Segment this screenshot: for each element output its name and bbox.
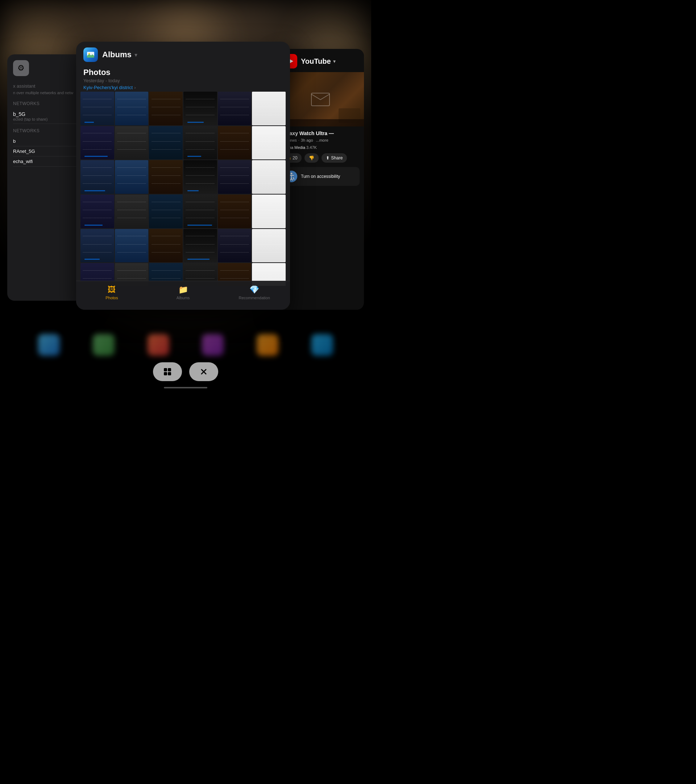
photos-location[interactable]: Kyiv-Pechers'kyi district ›	[81, 85, 285, 92]
svg-point-3	[291, 173, 292, 175]
dislike-icon: 👎	[309, 155, 314, 160]
photo-thumb-15[interactable]	[183, 160, 217, 194]
photo-thumb-21[interactable]	[183, 194, 217, 228]
albums-card[interactable]: Albums ▾ Photos Yesterday - today Kyiv-P…	[76, 42, 290, 310]
youtube-card[interactable]: YouTube ▾ Galaxy Watch Ultra — 96 views …	[277, 49, 364, 310]
photo-thumb-25[interactable]	[115, 229, 148, 263]
settings-icon-container: ⚙	[13, 60, 81, 76]
settings-gear-icon: ⚙	[13, 60, 29, 76]
background-app-icons	[0, 334, 371, 356]
albums-tab-icon: 📁	[178, 285, 188, 295]
svg-rect-6	[164, 372, 167, 376]
settings-card[interactable]: ⚙ x assistant n over multiple networks a…	[7, 54, 87, 301]
svg-rect-4	[164, 368, 167, 371]
photo-thumb-22[interactable]	[218, 194, 252, 228]
photo-thumb-0[interactable]	[81, 92, 114, 125]
photo-thumb-4[interactable]	[218, 92, 252, 125]
albums-header: Albums ▾	[76, 42, 290, 65]
video-time-ago: 3h ago	[301, 138, 313, 142]
networks-section-header: networks	[13, 101, 81, 106]
photo-thumb-8[interactable]	[149, 126, 183, 160]
dislike-button[interactable]: 👎	[305, 153, 318, 163]
photo-thumb-13[interactable]	[115, 160, 148, 194]
home-indicator	[164, 387, 207, 389]
tab-photos[interactable]: 🖼 Photos	[76, 285, 148, 300]
wifi-network-3-name: echa_wifi	[13, 159, 33, 164]
connected-wifi-name: b_5G	[13, 111, 81, 117]
share-button[interactable]: ⬆ Share	[322, 153, 347, 163]
wifi-network-3[interactable]: echa_wifi	[13, 156, 81, 166]
wifi-section: x assistant n over multiple networks and…	[13, 83, 81, 166]
photo-thumb-9[interactable]	[183, 126, 217, 160]
recommendation-tab-icon: 💎	[249, 285, 259, 295]
photo-thumb-5[interactable]	[252, 92, 285, 125]
photos-tab-label: Photos	[106, 296, 118, 300]
wifi-network-1-name: b	[13, 138, 16, 144]
youtube-video-info: Galaxy Watch Ultra — 96 views · 3h ago .…	[277, 127, 364, 189]
svg-rect-7	[168, 372, 171, 376]
video-dot-separator: ·	[299, 138, 299, 142]
youtube-video-title: Galaxy Watch Ultra —	[281, 130, 360, 137]
photo-thumb-14[interactable]	[149, 160, 183, 194]
photos-content-area: Photos Yesterday - today Kyiv-Pechers'ky…	[76, 65, 290, 286]
wifi-network-1[interactable]: b	[13, 136, 81, 147]
albums-app-icon	[83, 48, 98, 62]
photos-section-title: Photos	[81, 65, 285, 78]
assistant-prefix-label: x assistant	[13, 83, 81, 89]
youtube-video-thumbnail[interactable]	[277, 72, 364, 127]
accessibility-prompt[interactable]: Turn on accessibility	[281, 167, 360, 186]
tab-albums[interactable]: 📁 Albums	[148, 285, 219, 300]
albums-dropdown-arrow[interactable]: ▾	[135, 51, 137, 58]
photo-thumb-11[interactable]	[252, 126, 285, 160]
bg-icon-1	[38, 334, 60, 356]
tab-bar: 🖼 Photos 📁 Albums 💎 Recommendation	[76, 281, 290, 310]
photo-thumb-19[interactable]	[115, 194, 148, 228]
photo-thumb-18[interactable]	[81, 194, 114, 228]
photo-thumb-12[interactable]	[81, 160, 114, 194]
photo-thumb-16[interactable]	[218, 160, 252, 194]
youtube-channel-info: Mezha Media 3.47K	[281, 145, 360, 150]
photo-thumb-6[interactable]	[81, 126, 114, 160]
video-thumbnail-icon	[310, 89, 332, 109]
share-icon: ⬆	[326, 155, 330, 160]
wifi-network-2-name: RAnet_5G	[13, 148, 35, 154]
accessibility-label: Turn on accessibility	[301, 174, 340, 179]
assistant-desc: n over multiple networks and netw	[13, 90, 81, 95]
youtube-action-buttons: 👍 20 👎 ⬆ Share	[281, 153, 360, 163]
tab-recommendation[interactable]: 💎 Recommendation	[219, 285, 290, 300]
photo-thumb-1[interactable]	[115, 92, 148, 125]
svg-rect-5	[168, 368, 171, 371]
photo-thumb-3[interactable]	[183, 92, 217, 125]
photo-thumb-27[interactable]	[183, 229, 217, 263]
photo-thumb-7[interactable]	[115, 126, 148, 160]
photos-tab-icon: 🖼	[108, 285, 115, 295]
photos-location-chevron: ›	[134, 85, 135, 90]
photo-thumb-24[interactable]	[81, 229, 114, 263]
video-more-link[interactable]: ...more	[316, 138, 328, 142]
photo-thumb-29[interactable]	[252, 229, 285, 263]
youtube-video-meta: 96 views · 3h ago ...more	[281, 138, 360, 142]
connected-wifi-item[interactable]: b_5G ected (tap to share)	[13, 109, 81, 124]
bg-icon-6	[312, 334, 333, 356]
photo-thumb-17[interactable]	[252, 160, 285, 194]
bg-icon-5	[257, 334, 279, 356]
photo-thumb-2[interactable]	[149, 92, 183, 125]
youtube-title: YouTube	[301, 57, 331, 66]
albums-title: Albums	[102, 50, 132, 59]
connected-wifi-sub: ected (tap to share)	[13, 117, 81, 121]
bg-icon-3	[148, 334, 169, 356]
photo-thumb-23[interactable]	[252, 194, 285, 228]
bg-icon-2	[93, 334, 115, 356]
app-switcher-grid-button[interactable]	[153, 362, 182, 381]
photo-thumb-20[interactable]	[149, 194, 183, 228]
photo-thumb-26[interactable]	[149, 229, 183, 263]
youtube-dropdown-arrow[interactable]: ▾	[333, 58, 336, 64]
bottom-dock	[153, 362, 218, 381]
photo-thumb-28[interactable]	[218, 229, 252, 263]
close-app-switcher-button[interactable]	[189, 362, 218, 381]
photos-location-text: Kyiv-Pechers'kyi district	[83, 85, 133, 90]
recommendation-tab-label: Recommendation	[239, 296, 270, 300]
other-networks-header: networks	[13, 128, 81, 133]
photo-thumb-10[interactable]	[218, 126, 252, 160]
wifi-network-2[interactable]: RAnet_5G	[13, 147, 81, 156]
